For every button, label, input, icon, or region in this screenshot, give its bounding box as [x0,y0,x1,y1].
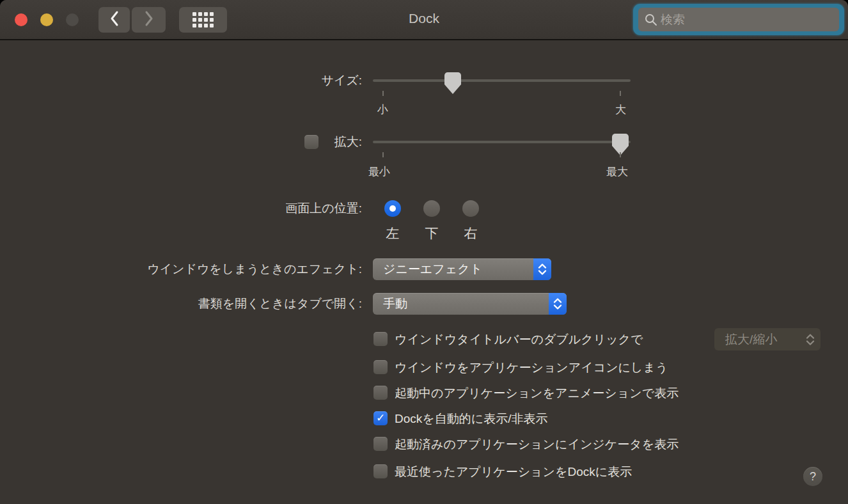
show-indicators-checkbox[interactable]: ✓ [373,437,388,451]
close-window-button[interactable] [15,13,27,26]
minimize-to-app-icon-checkbox[interactable]: ✓ [373,360,388,374]
position-bottom-label: 下 [418,224,446,242]
size-slider[interactable] [373,79,631,82]
help-button[interactable]: ? [803,467,822,486]
magnification-max-tick [620,152,621,157]
size-max-tick [620,91,621,96]
position-radio-bottom[interactable] [423,200,440,217]
search-icon [644,13,658,27]
autohide-dock-checkbox[interactable]: ✓ [373,411,388,425]
grid-icon [192,12,214,28]
chevron-up-down-icon [533,258,551,280]
titlebar-doubleclick-label: ウインドウタイトルバーのダブルクリックで [395,332,643,347]
position-radio-left[interactable] [384,200,401,217]
prefer-tabs-dropdown[interactable]: 手動 [373,293,567,315]
position-label: 画面上の位置: [285,201,362,216]
size-min-tick [382,91,384,96]
search-placeholder: 検索 [661,12,685,28]
radio-dot-icon [389,205,396,212]
back-button[interactable] [98,7,130,33]
minimize-effect-label: ウインドウをしまうときのエフェクト: [147,262,362,276]
show-all-preferences-button[interactable] [179,7,227,33]
minimize-effect-dropdown[interactable]: ジニーエフェクト [373,258,551,280]
show-recent-apps-label: 最近使ったアプリケーションをDockに表示 [395,464,632,479]
minimize-effect-value: ジニーエフェクト [383,258,482,280]
search-input[interactable]: 検索 [638,8,839,31]
search-focus-ring: 検索 [633,4,844,35]
show-recent-apps-checkbox[interactable]: ✓ [373,464,388,478]
toolbar: Dock 検索 [0,0,848,40]
animate-opening-checkbox[interactable]: ✓ [373,386,388,400]
forward-button [132,7,166,33]
minimize-window-button[interactable] [40,13,53,26]
dock-preferences-window: Dock 検索 サイズ: 小 大 ✓ 拡大: 最小 最大 [0,0,848,504]
chevron-right-icon [144,10,154,29]
prefer-tabs-value: 手動 [383,293,407,315]
chevron-left-icon [109,10,120,29]
size-label: サイズ: [321,74,362,88]
checkmark-icon: ✓ [373,411,388,425]
position-left-label: 左 [379,224,407,242]
magnification-slider[interactable] [373,141,631,143]
chevron-up-down-icon [805,328,815,350]
titlebar-doubleclick-action-value: 拡大/縮小 [725,328,777,350]
size-slider-thumb[interactable] [444,72,462,95]
titlebar-doubleclick-checkbox[interactable]: ✓ [373,332,388,346]
size-min-label: 小 [377,102,388,117]
magnification-checkbox[interactable]: ✓ [304,135,318,149]
zoom-window-button-disabled [66,13,79,26]
titlebar-doubleclick-action-dropdown: 拡大/縮小 [714,328,821,350]
position-right-label: 右 [457,224,485,242]
animate-opening-label: 起動中のアプリケーションをアニメーションで表示 [395,386,679,400]
position-radio-right[interactable] [462,200,479,217]
magnification-label: 拡大: [334,135,362,149]
show-indicators-label: 起動済みのアプリケーションにインジケータを表示 [395,437,679,452]
size-max-label: 大 [615,102,626,117]
magnification-max-label: 最大 [606,164,628,179]
chevron-up-down-icon [549,293,567,315]
minimize-to-app-icon-label: ウインドウをアプリケーションアイコンにしまう [395,360,668,375]
magnification-min-label: 最小 [368,164,390,179]
autohide-dock-label: Dockを自動的に表示/非表示 [395,411,547,426]
magnification-min-tick [382,152,384,157]
prefer-tabs-label: 書類を開くときはタブで開く: [198,297,362,311]
